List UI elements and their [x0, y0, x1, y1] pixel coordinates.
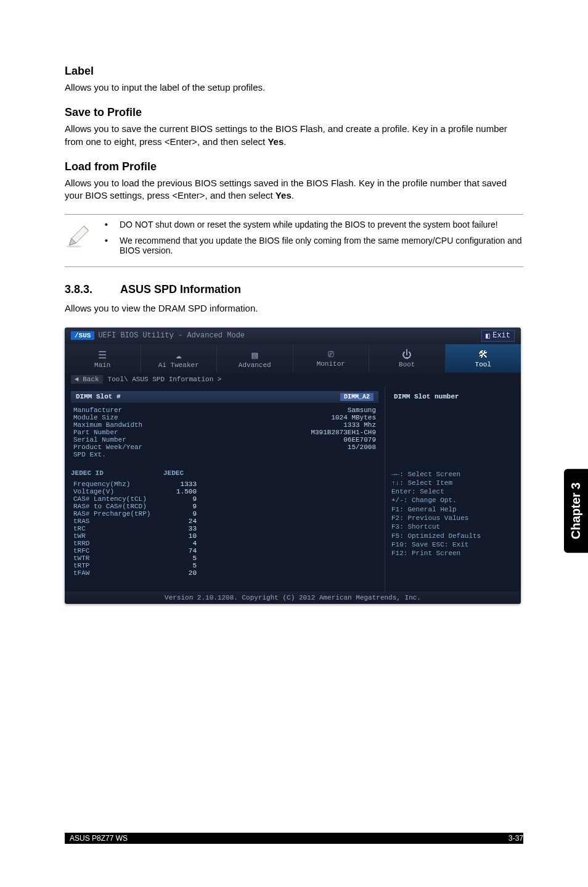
info-val: 06EE7079 [166, 436, 376, 444]
exit-icon: ◧ [486, 331, 490, 340]
note-1: • DO NOT shut down or reset the system w… [105, 220, 523, 229]
power-icon: ⏻ [372, 349, 443, 361]
asus-logo: /SUS [71, 331, 94, 340]
help-line: →←: Select Screen [391, 470, 515, 479]
jedec-val: 24 [166, 518, 197, 525]
para-save-yes: Yes [267, 136, 284, 147]
right-header: DIMM Slot number [391, 391, 515, 402]
help-line: Enter: Select [391, 487, 515, 496]
help-block: →←: Select Screen ↑↓: Select Item Enter:… [391, 470, 515, 558]
info-label: Manufacturer [73, 406, 166, 414]
jedec-val: 5 [166, 555, 197, 562]
section-number: 3.8.3. [65, 283, 120, 296]
footer-product: ASUS P8Z77 WS [70, 834, 128, 843]
jedec-id: JEDEC ID [71, 469, 163, 477]
back-button[interactable]: ◄ Back [71, 375, 103, 384]
jedec-val: 74 [166, 547, 197, 555]
tab-main[interactable]: ☰Main [65, 344, 141, 373]
pencil-note-icon [65, 220, 105, 262]
jedec-label: tRRD [73, 540, 166, 547]
exit-label: Exit [492, 331, 510, 340]
tab-advanced[interactable]: ▤Advanced [217, 344, 293, 373]
chip-icon: ▤ [219, 349, 290, 361]
info-val: 1024 MBytes [166, 414, 376, 421]
menu-icon: ☰ [67, 349, 138, 361]
tab-boot-label: Boot [399, 361, 415, 368]
slot-badge: DIMM_A2 [340, 393, 374, 401]
jedec-label: tRC [73, 525, 166, 532]
jedec-label: CAS# Lantency(tCL) [73, 495, 166, 503]
note-2-text: We recommend that you update the BIOS fi… [120, 236, 523, 255]
section-title: ASUS SPD Information [120, 283, 241, 296]
jedec-col: JEDEC [163, 469, 184, 477]
help-line: F12: Print Screen [391, 549, 515, 558]
info-val: Samsung [166, 406, 376, 414]
help-line: F5: Optimized Defaults [391, 532, 515, 540]
jedec-label: RAS# to CAS#(tRCD) [73, 503, 166, 510]
heading-load: Load from Profile [65, 160, 523, 173]
breadcrumb-path: Tool\ ASUS SPD Information > [108, 376, 222, 383]
info-val: 1333 Mhz [166, 421, 376, 429]
info-label: Part Number [73, 429, 166, 436]
para-load-c: . [292, 190, 294, 200]
help-line: ↑↓: Select Item [391, 479, 515, 487]
bullet-icon: • [105, 220, 120, 229]
para-label: Allows you to input the label of the set… [65, 81, 523, 94]
jedec-val: 9 [166, 495, 197, 503]
jedec-val: 9 [166, 510, 197, 518]
tab-ai-label: Ai Tweaker [158, 361, 199, 369]
tab-adv-label: Advanced [239, 361, 271, 369]
tab-monitor[interactable]: ⎚Monitor [293, 344, 370, 373]
help-line: +/-: Change Opt. [391, 496, 515, 505]
tab-mon-label: Monitor [317, 360, 345, 368]
jedec-label: tFAW [73, 569, 166, 577]
jedec-val: 10 [166, 532, 197, 540]
jedec-val: 33 [166, 525, 197, 532]
info-val: 15/2008 [166, 444, 376, 451]
tool-icon: 🛠 [448, 349, 519, 361]
help-line: F2: Previous Values [391, 514, 515, 522]
jedec-val: 4 [166, 540, 197, 547]
heading-save: Save to Profile [65, 106, 523, 119]
bullet-icon: • [105, 236, 120, 255]
tab-ai-tweaker[interactable]: ☁Ai Tweaker [141, 344, 218, 373]
bios-title: UEFI BIOS Utility - Advanced Mode [98, 331, 245, 340]
para-save-c: . [284, 136, 286, 147]
info-val: M391B2873EH1-CH9 [166, 429, 376, 436]
monitor-icon: ⎚ [296, 349, 367, 360]
tab-tool[interactable]: 🛠Tool [446, 344, 521, 373]
info-label: Product Week/Year [73, 444, 166, 451]
help-line: F3: Shortcut [391, 522, 515, 531]
note-2: • We recommend that you update the BIOS … [105, 236, 523, 255]
bios-screenshot: /SUS UEFI BIOS Utility - Advanced Mode ◧… [65, 328, 521, 604]
tab-tool-label: Tool [475, 361, 491, 368]
note-box: • DO NOT shut down or reset the system w… [65, 214, 523, 267]
para-load: Allows you to load the previous BIOS set… [65, 177, 523, 202]
slot-label: DIMM Slot # [76, 393, 121, 401]
jedec-label: tRTP [73, 562, 166, 569]
jedec-label: Voltage(V) [73, 488, 166, 495]
chapter-tab: Chapter 3 [564, 469, 588, 553]
info-val [166, 451, 376, 458]
jedec-val: 5 [166, 562, 197, 569]
cloud-icon: ☁ [144, 349, 214, 361]
jedec-label: RAS# Precharge(tRP) [73, 510, 166, 518]
tab-boot[interactable]: ⏻Boot [369, 344, 446, 373]
help-line: F1: General Help [391, 505, 515, 514]
exit-button[interactable]: ◧ Exit [481, 330, 515, 342]
jedec-label: tRFC [73, 547, 166, 555]
svg-point-0 [66, 245, 82, 248]
tab-main-label: Main [94, 361, 110, 369]
jedec-label: tRAS [73, 518, 166, 525]
dimm-slot-header[interactable]: DIMM Slot # DIMM_A2 [71, 391, 378, 403]
note-1-text: DO NOT shut down or reset the system whi… [120, 220, 498, 229]
jedec-val: 20 [166, 569, 197, 577]
info-label: Maximum Bandwidth [73, 421, 166, 429]
info-label: Serial Number [73, 436, 166, 444]
page-footer-bar: ASUS P8Z77 WS [65, 833, 523, 844]
bios-footer: Version 2.10.1208. Copyright (C) 2012 Am… [65, 592, 521, 604]
para-save: Allows you to save the current BIOS sett… [65, 123, 523, 148]
jedec-val: 9 [166, 503, 197, 510]
jedec-label: Frequency(Mhz) [73, 481, 166, 488]
jedec-val: 1.500 [166, 488, 197, 495]
